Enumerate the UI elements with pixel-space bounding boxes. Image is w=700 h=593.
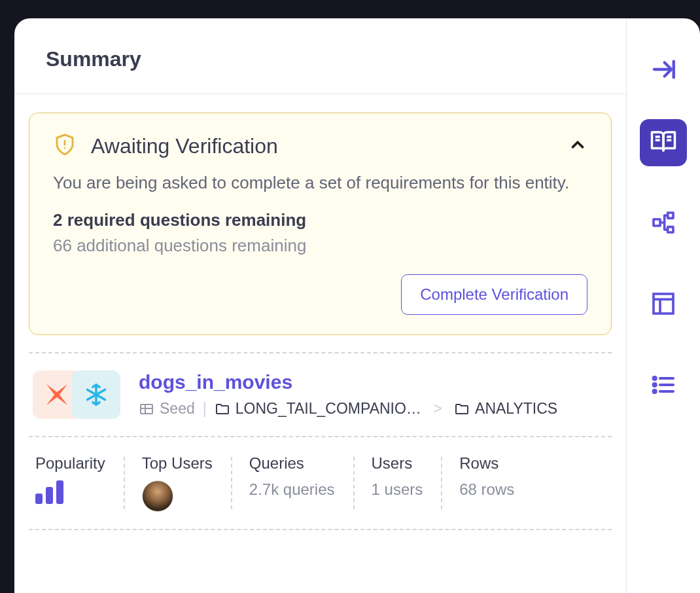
stat-queries: Queries 2.7k queries <box>231 454 353 512</box>
stat-label: Users <box>372 454 423 473</box>
layout-icon <box>650 291 676 319</box>
tab-columns[interactable] <box>640 281 687 329</box>
entity-type-label: Seed <box>160 400 195 418</box>
verification-description: You are being asked to complete a set of… <box>53 171 587 196</box>
svg-rect-16 <box>668 227 673 232</box>
complete-verification-button[interactable]: Complete Verification <box>401 274 587 315</box>
svg-point-21 <box>654 384 656 386</box>
list-icon <box>650 372 676 401</box>
verification-actions: Complete Verification <box>53 274 587 315</box>
entity-row: dogs_in_movies Seed | <box>29 370 612 419</box>
tab-list[interactable] <box>640 363 687 410</box>
stat-top-users: Top Users <box>124 454 231 512</box>
stat-label: Queries <box>249 454 335 473</box>
collapse-panel-button[interactable] <box>640 54 687 85</box>
chevron-up-icon[interactable] <box>568 135 587 157</box>
content-area: Summary Awaiting Verification <box>14 18 627 593</box>
breadcrumb-path2-label: ANALYTICS <box>475 400 557 418</box>
header: Summary <box>14 18 626 94</box>
stat-rows: Rows 68 rows <box>441 454 533 512</box>
stat-value: 68 rows <box>459 480 514 499</box>
verification-title: Awaiting Verification <box>91 134 553 158</box>
divider <box>29 352 612 353</box>
stat-users: Users 1 users <box>353 454 442 512</box>
stat-value: 2.7k queries <box>249 480 335 499</box>
stat-value: 1 users <box>372 480 423 499</box>
snowflake-icon <box>72 370 120 419</box>
svg-rect-14 <box>654 219 660 226</box>
tab-summary[interactable] <box>640 119 687 166</box>
divider <box>29 436 612 437</box>
svg-point-22 <box>654 390 656 393</box>
breadcrumb-chevron-icon: > <box>429 400 446 418</box>
tab-lineage[interactable] <box>640 200 687 247</box>
verification-header[interactable]: Awaiting Verification <box>53 133 587 159</box>
divider <box>29 529 612 530</box>
required-remaining: 2 required questions remaining <box>53 210 587 230</box>
avatar[interactable] <box>142 480 173 512</box>
breadcrumb-type: Seed <box>139 400 195 418</box>
additional-remaining: 66 additional questions remaining <box>53 236 587 256</box>
svg-rect-15 <box>668 213 673 218</box>
hierarchy-icon <box>650 209 676 238</box>
svg-point-1 <box>64 147 65 149</box>
stat-popularity: Popularity <box>33 454 124 512</box>
page-title: Summary <box>46 47 595 71</box>
svg-point-20 <box>654 377 656 380</box>
stat-label: Rows <box>459 454 514 473</box>
stats-row: Popularity Top Users Queries 2.7k querie… <box>29 454 612 512</box>
stat-label: Popularity <box>35 454 105 473</box>
body: Awaiting Verification You are being aske… <box>14 94 626 530</box>
book-open-icon <box>650 128 677 158</box>
breadcrumb-path1-label: LONG_TAIL_COMPANIO… <box>236 400 421 418</box>
popularity-bars-icon <box>35 480 105 504</box>
entity-name[interactable]: dogs_in_movies <box>139 371 608 393</box>
verification-card: Awaiting Verification You are being aske… <box>29 113 612 335</box>
breadcrumb-folder-2[interactable]: ANALYTICS <box>454 400 557 418</box>
breadcrumb: Seed | LONG_TAIL_COMPANIO… > <box>139 400 608 418</box>
main-panel: Summary Awaiting Verification <box>14 18 700 593</box>
stat-label: Top Users <box>142 454 213 473</box>
breadcrumb-folder-1[interactable]: LONG_TAIL_COMPANIO… <box>215 400 421 418</box>
breadcrumb-separator: | <box>203 400 207 418</box>
entity-icons <box>33 370 120 419</box>
entity-info: dogs_in_movies Seed | <box>139 371 608 418</box>
shield-alert-icon <box>53 133 77 159</box>
svg-rect-17 <box>654 294 673 314</box>
side-rail <box>627 18 700 593</box>
